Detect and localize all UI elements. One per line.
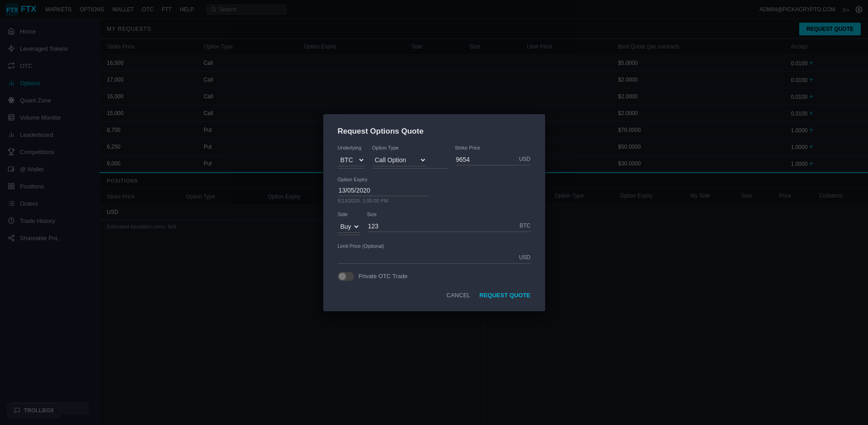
size-suffix: BTC (520, 222, 531, 232)
limit-price-field: Limit Price (Optional) USD (338, 243, 531, 264)
modal-row-side-size: Side Buy Sell Size BTC (338, 212, 531, 235)
side-label: Side (338, 212, 360, 217)
underlying-label: Underlying (338, 145, 365, 150)
strike-price-input[interactable] (455, 154, 516, 165)
option-expiry-input[interactable] (338, 185, 428, 196)
modal-row-limit: Limit Price (Optional) USD (338, 243, 531, 264)
modal-request-quote-button[interactable]: REQUEST QUOTE (480, 292, 531, 299)
option-type-label: Option Type (372, 145, 448, 150)
size-label: Size (367, 212, 531, 217)
option-expiry-label: Option Expiry (338, 177, 531, 182)
underlying-select[interactable]: BTC ETH (338, 154, 365, 166)
underlying-field: Underlying BTC ETH (338, 145, 365, 169)
modal-actions: CANCEL REQUEST QUOTE (338, 292, 531, 299)
modal-title: Request Options Quote (338, 127, 531, 136)
strike-price-field: Strike Price USD (455, 145, 531, 169)
size-input[interactable] (367, 221, 516, 232)
cancel-button[interactable]: CANCEL (446, 292, 470, 299)
modal-row-expiry: Option Expiry 5/13/2020, 1:00:00 PM (338, 177, 531, 203)
request-options-modal: Request Options Quote Underlying BTC ETH… (323, 114, 545, 311)
private-otc-label: Private OTC Trade (359, 273, 408, 280)
private-otc-toggle[interactable] (338, 272, 354, 281)
strike-price-suffix: USD (519, 156, 530, 165)
size-field: Size BTC (367, 212, 531, 235)
option-type-field: Option Type Call Option Put Option (372, 145, 448, 169)
limit-price-label: Limit Price (Optional) (338, 243, 531, 249)
private-otc-row: Private OTC Trade (338, 272, 531, 281)
side-select[interactable]: Buy Sell (338, 221, 360, 233)
toggle-knob (339, 273, 346, 280)
option-expiry-hint: 5/13/2020, 1:00:00 PM (338, 198, 531, 203)
option-type-select[interactable]: Call Option Put Option (372, 154, 427, 166)
modal-overlay[interactable]: Request Options Quote Underlying BTC ETH… (0, 0, 868, 425)
side-field: Side Buy Sell (338, 212, 360, 235)
limit-price-suffix: USD (519, 254, 530, 263)
strike-price-label: Strike Price (455, 145, 531, 150)
modal-row-1: Underlying BTC ETH Option Type Call Opti… (338, 145, 531, 169)
limit-price-input[interactable] (338, 252, 516, 263)
